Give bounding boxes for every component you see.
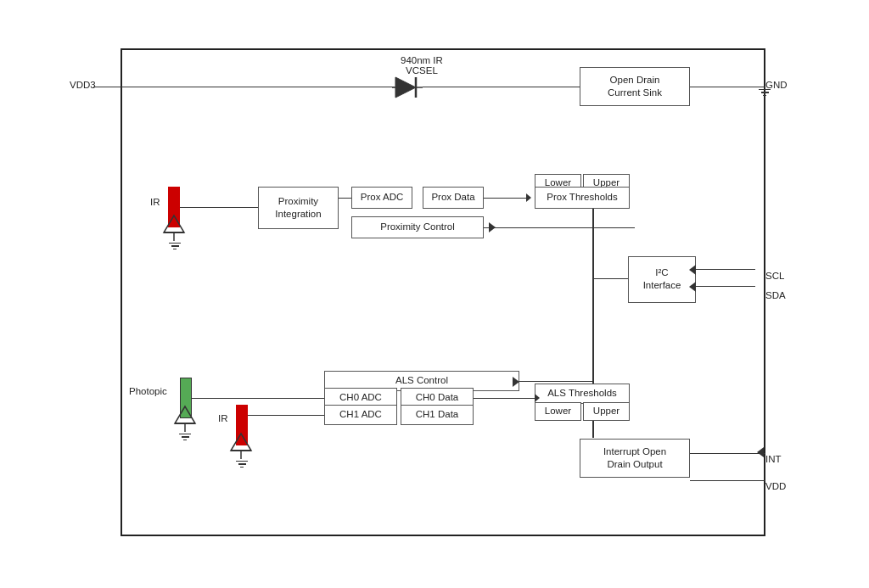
photopic-label: Photopic <box>129 386 167 396</box>
wire-ch0-to-als <box>474 398 535 400</box>
gnd-ir-top <box>169 243 181 250</box>
wire-od-to-gnd <box>690 87 765 88</box>
wire-int <box>690 453 765 455</box>
sda-wire <box>696 286 755 288</box>
vcsel-label: 940nm IRVCSEL <box>401 55 443 76</box>
prox-ctrl-arrow <box>484 222 496 232</box>
als-thresholds-box: ALS Thresholds <box>535 384 630 404</box>
svg-marker-9 <box>513 377 519 387</box>
int-arrow <box>757 447 769 457</box>
scl-wire <box>696 269 755 271</box>
sda-label: SDA <box>765 290 786 300</box>
svg-marker-10 <box>757 447 764 457</box>
svg-marker-0 <box>395 77 416 98</box>
als-ctrl-arrow <box>507 377 519 387</box>
wire-ir-bottom-to-ch1 <box>248 415 324 417</box>
wire-prox-int-to-adc <box>339 198 351 199</box>
gnd-ir-bottom <box>236 461 248 468</box>
sda-arrow <box>689 282 701 292</box>
wire-prox-ctrl-right <box>484 227 592 229</box>
ir-diode-top <box>162 214 186 241</box>
open-drain-box: Open DrainCurrent Sink <box>580 67 690 106</box>
wire-i2c-h <box>592 278 628 280</box>
vdd3-label: VDD3 <box>70 80 96 90</box>
svg-marker-7 <box>689 265 696 275</box>
wire-i2c-to-als <box>519 381 592 383</box>
svg-marker-4 <box>164 216 184 232</box>
gnd-symbol <box>759 89 771 97</box>
wire-prox-ctrl-to-i2c <box>592 227 635 229</box>
wire-vdd3-in <box>93 87 121 88</box>
svg-marker-17 <box>489 222 496 232</box>
proximity-control-box: Proximity Control <box>351 216 484 238</box>
i2c-box: I²CInterface <box>628 256 696 303</box>
scl-arrow <box>689 265 701 275</box>
svg-marker-8 <box>689 282 696 292</box>
lower-als-box: Lower <box>535 402 581 421</box>
wire-vdd <box>690 480 765 482</box>
proximity-integration-box: ProximityIntegration <box>258 187 339 229</box>
ch1-data-box: CH1 Data <box>401 405 474 425</box>
wire-vcsel-to-od <box>423 87 580 88</box>
vcsel-diode <box>392 76 423 99</box>
upper-als-box: Upper <box>583 402 630 421</box>
vdd3-wire <box>93 87 395 88</box>
photopic-diode <box>173 405 197 432</box>
svg-marker-14 <box>231 434 251 451</box>
interrupt-box: Interrupt OpenDrain Output <box>580 439 690 478</box>
wire-ir-to-prox <box>180 207 258 209</box>
svg-marker-11 <box>175 406 195 423</box>
ir-top-label: IR <box>150 197 160 207</box>
prox-data-box: Prox Data <box>423 187 484 209</box>
ir-bottom-label: IR <box>218 413 228 423</box>
ir-diode-bottom <box>229 432 253 459</box>
scl-label: SCL <box>765 271 784 281</box>
wire-photopic-to-ch0 <box>192 398 324 400</box>
vdd-label: VDD <box>765 481 786 491</box>
gnd-photopic <box>179 434 191 441</box>
diagram-container: VDD3 GND SCL SDA INT VDD 940nm IRVCSEL O… <box>70 31 799 557</box>
prox-adc-box: Prox ADC <box>351 187 412 209</box>
prox-thresholds-box: Prox Thresholds <box>535 187 630 209</box>
wire-prox-data-to-thresh <box>484 198 526 199</box>
ch1-adc-box: CH1 ADC <box>324 405 397 425</box>
